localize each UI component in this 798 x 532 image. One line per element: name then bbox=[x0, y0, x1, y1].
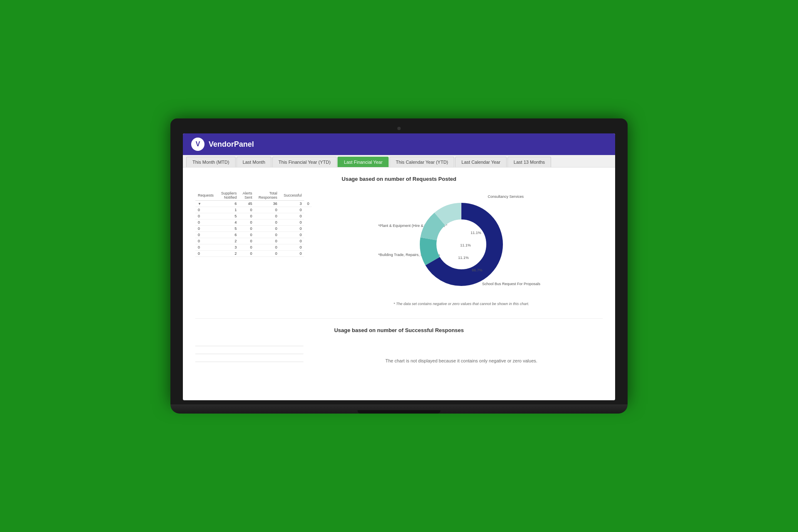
tab-last-calendar-year[interactable]: Last Calendar Year bbox=[455, 157, 507, 167]
table-row: 01000 bbox=[195, 207, 312, 213]
screen-bezel: V VendorPanel This Month (MTD) Last Mont… bbox=[170, 118, 628, 404]
tab-last-financial-year[interactable]: Last Financial Year bbox=[337, 157, 389, 167]
donut-svg: 11.1% 11.1% 11.1% 66.7% bbox=[416, 199, 507, 290]
svg-text:66.7%: 66.7% bbox=[472, 268, 483, 272]
table-row: ▼ 6453630 bbox=[195, 201, 312, 207]
empty-line-2 bbox=[195, 354, 303, 354]
tab-last-month[interactable]: Last Month bbox=[236, 157, 271, 167]
table-row: 05000 bbox=[195, 226, 312, 232]
logo-letter: V bbox=[196, 140, 200, 148]
col-successful: Successful bbox=[280, 190, 304, 201]
section1-title: Usage based on number of Requests Posted bbox=[195, 176, 603, 182]
section2-container: The chart is not displayed because it co… bbox=[195, 342, 603, 380]
tab-this-financial-year[interactable]: This Financial Year (YTD) bbox=[272, 157, 337, 167]
section2-title: Usage based on number of Successful Resp… bbox=[195, 327, 603, 333]
laptop-base bbox=[170, 404, 628, 414]
tab-this-month[interactable]: This Month (MTD) bbox=[186, 157, 236, 167]
no-chart-message: The chart is not displayed because it co… bbox=[320, 342, 603, 380]
screen: V VendorPanel This Month (MTD) Last Mont… bbox=[183, 133, 615, 400]
table-row: 02000 bbox=[195, 238, 312, 244]
svg-text:11.1%: 11.1% bbox=[470, 231, 481, 235]
laptop-container: V VendorPanel This Month (MTD) Last Mont… bbox=[170, 118, 628, 414]
table-row: 05000 bbox=[195, 213, 312, 219]
empty-lines bbox=[195, 346, 312, 362]
section-divider bbox=[195, 318, 603, 319]
tab-this-calendar-year[interactable]: This Calendar Year (YTD) bbox=[389, 157, 454, 167]
tab-last-13-months[interactable]: Last 13 Months bbox=[507, 157, 551, 167]
app-header: V VendorPanel bbox=[183, 133, 615, 155]
svg-text:11.1%: 11.1% bbox=[460, 243, 471, 247]
app-name: VendorPanel bbox=[209, 140, 254, 149]
logo: V bbox=[191, 138, 204, 151]
col-requests: Requests bbox=[195, 190, 217, 201]
col-alerts: AlertsSent bbox=[239, 190, 255, 201]
table-row: 04000 bbox=[195, 219, 312, 226]
col-suppliers: SuppliersNotified bbox=[217, 190, 239, 201]
empty-line-1 bbox=[195, 346, 303, 346]
nav-tabs: This Month (MTD) Last Month This Financi… bbox=[183, 155, 615, 167]
table-row: 03000 bbox=[195, 244, 312, 251]
table-row: 02000 bbox=[195, 251, 312, 257]
requests-table: Requests SuppliersNotified AlertsSent To… bbox=[195, 190, 312, 306]
empty-line-3 bbox=[195, 362, 303, 362]
chart-note: * The data set contains negative or zero… bbox=[394, 302, 530, 306]
table-row: 06000 bbox=[195, 232, 312, 238]
section1-container: Requests SuppliersNotified AlertsSent To… bbox=[195, 190, 603, 306]
donut-chart-area: Consultancy Services *Plant & Equipment … bbox=[320, 190, 603, 306]
label-consultancy: Consultancy Services bbox=[488, 195, 524, 199]
responses-table bbox=[195, 342, 312, 380]
camera bbox=[397, 127, 401, 130]
main-content: Usage based on number of Requests Posted… bbox=[183, 167, 615, 400]
col-responses: TotalResponses bbox=[255, 190, 280, 201]
svg-text:11.1%: 11.1% bbox=[458, 256, 469, 260]
